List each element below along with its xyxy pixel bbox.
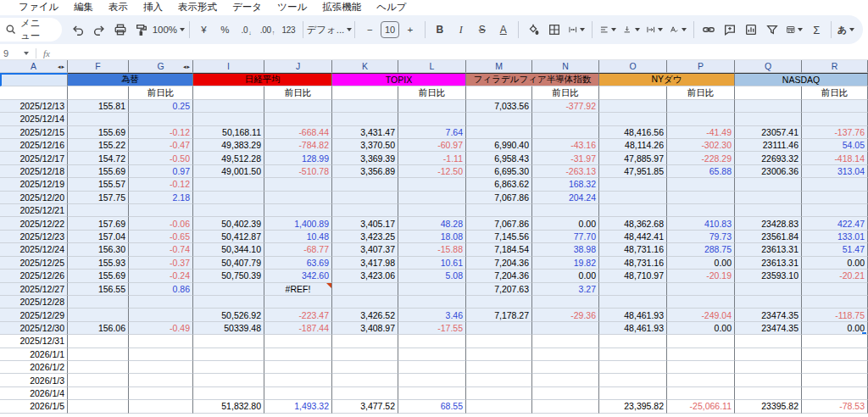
- delta-cell[interactable]: -68.77: [264, 243, 332, 256]
- delta-cell[interactable]: -29.36: [532, 309, 599, 321]
- delta-cell[interactable]: [532, 387, 599, 400]
- value-cell[interactable]: [68, 335, 129, 348]
- insert-comment-icon[interactable]: [720, 19, 740, 40]
- delta-cell[interactable]: -302.30: [667, 139, 735, 152]
- value-cell[interactable]: [735, 335, 802, 348]
- delta-cell[interactable]: [802, 113, 868, 125]
- delta-cell[interactable]: 10.48: [264, 231, 332, 243]
- value-cell[interactable]: 7,184.54: [466, 243, 532, 256]
- value-cell[interactable]: 48,710.97: [599, 270, 667, 282]
- column-header-O[interactable]: O: [599, 60, 667, 73]
- value-cell[interactable]: [735, 204, 802, 217]
- delta-cell[interactable]: [264, 335, 332, 348]
- column-header-P[interactable]: P: [667, 60, 735, 73]
- italic-button[interactable]: I: [451, 19, 471, 40]
- column-header-K[interactable]: K: [332, 60, 398, 73]
- date-cell[interactable]: 2025/12/22: [0, 217, 68, 230]
- delta-cell[interactable]: [667, 192, 735, 204]
- delta-cell[interactable]: [264, 192, 332, 204]
- delta-cell[interactable]: 1,493.32: [264, 400, 332, 413]
- value-cell[interactable]: 23613.31: [735, 243, 802, 256]
- value-cell[interactable]: [735, 374, 802, 386]
- delta-cell[interactable]: [532, 322, 599, 335]
- delta-cell[interactable]: 342.60: [264, 270, 332, 282]
- value-cell[interactable]: 6,990.40: [466, 139, 532, 152]
- value-cell[interactable]: 3,477.52: [332, 400, 398, 413]
- value-cell[interactable]: [193, 335, 264, 348]
- zoom-select[interactable]: 100%: [153, 19, 185, 40]
- delta-cell[interactable]: [802, 374, 868, 386]
- cell[interactable]: [68, 86, 129, 99]
- strikethrough-button[interactable]: S: [472, 19, 492, 40]
- delta-cell[interactable]: [264, 361, 332, 374]
- value-cell[interactable]: [332, 283, 398, 296]
- delta-cell[interactable]: [802, 192, 868, 204]
- value-cell[interactable]: 156.06: [68, 322, 129, 335]
- delta-cell[interactable]: [264, 100, 332, 113]
- delta-cell[interactable]: [667, 178, 735, 191]
- value-cell[interactable]: [466, 387, 532, 400]
- value-cell[interactable]: 3,431.47: [332, 126, 398, 139]
- delta-cell[interactable]: -0.49: [129, 322, 193, 335]
- value-cell[interactable]: 155.93: [68, 257, 129, 270]
- delta-cell[interactable]: 79.73: [667, 231, 735, 243]
- value-cell[interactable]: [193, 387, 264, 400]
- value-cell[interactable]: [332, 361, 398, 374]
- delta-cell[interactable]: 0.97: [129, 165, 193, 178]
- delta-cell[interactable]: -223.47: [264, 309, 332, 321]
- column-header-N[interactable]: N: [532, 60, 599, 73]
- delta-cell[interactable]: 128.99: [264, 152, 332, 164]
- delta-cell[interactable]: [129, 113, 193, 125]
- value-cell[interactable]: [735, 192, 802, 204]
- filter-icon[interactable]: [762, 19, 782, 40]
- delta-cell[interactable]: [398, 178, 466, 191]
- date-cell[interactable]: 2025/12/13: [0, 100, 68, 113]
- borders-button[interactable]: [544, 19, 565, 40]
- delta-cell[interactable]: [802, 296, 868, 309]
- decrease-decimal-button[interactable]: .0↓: [236, 19, 256, 40]
- value-cell[interactable]: 3,423.06: [332, 270, 398, 282]
- value-cell[interactable]: [599, 374, 667, 386]
- increase-font-size-button[interactable]: +: [400, 19, 420, 40]
- delta-cell[interactable]: 168.32: [532, 178, 599, 191]
- delta-cell[interactable]: [802, 361, 868, 374]
- value-cell[interactable]: [599, 100, 667, 113]
- delta-cell[interactable]: [264, 387, 332, 400]
- value-cell[interactable]: [599, 178, 667, 191]
- delta-cell[interactable]: 3.46: [398, 309, 466, 321]
- delta-cell[interactable]: 0.00: [532, 217, 599, 230]
- value-cell[interactable]: [68, 348, 129, 361]
- value-cell[interactable]: 7,033.56: [466, 100, 532, 113]
- value-cell[interactable]: [193, 178, 264, 191]
- merge-cells-button[interactable]: [565, 19, 588, 40]
- group-band-日経平均[interactable]: 日経平均: [193, 73, 332, 86]
- delta-cell[interactable]: [667, 296, 735, 309]
- value-cell[interactable]: 7,204.36: [466, 270, 532, 282]
- value-cell[interactable]: [599, 204, 667, 217]
- date-cell[interactable]: 2025/12/25: [0, 257, 68, 270]
- value-cell[interactable]: [68, 374, 129, 386]
- delta-cell[interactable]: [398, 113, 466, 125]
- name-box[interactable]: 9: [0, 48, 34, 58]
- delta-cell[interactable]: [129, 309, 193, 321]
- delta-cell[interactable]: [398, 348, 466, 361]
- delta-cell[interactable]: [129, 374, 193, 386]
- delta-cell[interactable]: [667, 335, 735, 348]
- delta-cell[interactable]: 313.04: [802, 165, 868, 178]
- delta-cell[interactable]: 65.88: [667, 165, 735, 178]
- delta-cell[interactable]: -0.12: [129, 178, 193, 191]
- delta-cell[interactable]: 10.61: [398, 257, 466, 270]
- column-header-F[interactable]: F: [68, 60, 129, 73]
- delta-cell[interactable]: [532, 296, 599, 309]
- filter-views-button[interactable]: [783, 19, 806, 40]
- formula-input[interactable]: [50, 47, 868, 59]
- delta-cell[interactable]: 63.69: [264, 257, 332, 270]
- delta-cell[interactable]: [802, 100, 868, 113]
- delta-cell[interactable]: -12.50: [398, 165, 466, 178]
- date-cell[interactable]: 2025/12/17: [0, 152, 68, 164]
- delta-cell[interactable]: -78.53: [802, 400, 868, 413]
- menu-item-ツール[interactable]: ツール: [270, 1, 314, 14]
- value-cell[interactable]: [466, 126, 532, 139]
- text-wrap-button[interactable]: [643, 19, 666, 40]
- delta-cell[interactable]: -263.13: [532, 165, 599, 178]
